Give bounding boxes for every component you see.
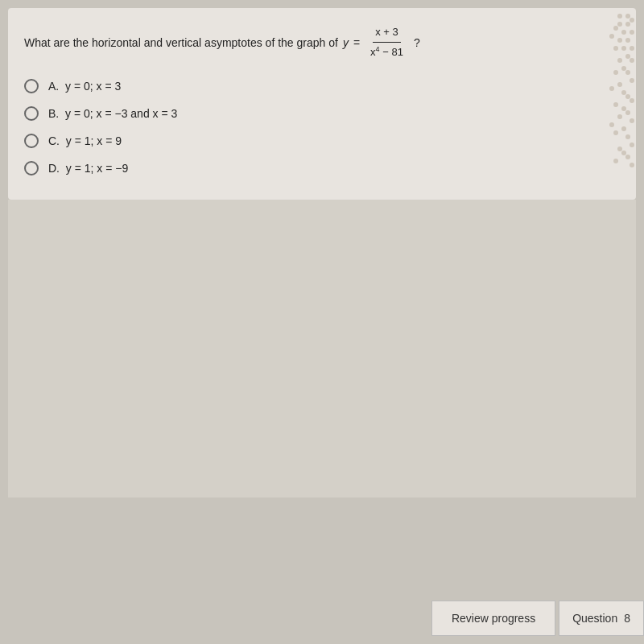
svg-point-14 <box>625 54 630 59</box>
svg-point-30 <box>630 118 634 123</box>
svg-point-2 <box>617 22 622 27</box>
lower-area-inner <box>8 200 636 497</box>
review-progress-button[interactable]: Review progress <box>431 601 555 636</box>
radio-d[interactable] <box>24 161 39 175</box>
radio-a[interactable] <box>24 79 39 93</box>
question-text: What are the horizontal and vertical asy… <box>24 24 620 61</box>
svg-point-10 <box>609 34 614 39</box>
svg-point-16 <box>630 58 634 63</box>
svg-point-8 <box>617 38 622 43</box>
svg-point-34 <box>625 134 630 139</box>
question-card: What are the horizontal and vertical asy… <box>8 8 636 200</box>
svg-point-5 <box>613 26 618 31</box>
svg-point-1 <box>625 14 630 19</box>
svg-point-35 <box>630 142 634 147</box>
svg-point-23 <box>621 90 626 95</box>
svg-point-18 <box>613 70 618 75</box>
svg-point-4 <box>630 18 634 23</box>
svg-point-39 <box>613 159 618 163</box>
svg-point-28 <box>625 110 630 115</box>
svg-point-11 <box>613 46 618 51</box>
svg-point-22 <box>609 86 614 91</box>
svg-point-12 <box>621 46 626 51</box>
svg-point-13 <box>630 46 634 51</box>
svg-point-0 <box>617 14 622 19</box>
svg-point-26 <box>613 102 618 107</box>
option-c-label: C. y = 1; x = 9 <box>48 134 122 147</box>
svg-point-31 <box>609 122 614 127</box>
svg-point-19 <box>625 70 630 75</box>
fraction: x + 3 x4 − 81 <box>368 24 406 61</box>
fraction-numerator: x + 3 <box>373 24 401 43</box>
option-a[interactable]: A. y = 0; x = 3 <box>24 79 620 93</box>
question-mark: ? <box>414 34 420 52</box>
svg-point-25 <box>630 98 634 103</box>
option-c[interactable]: C. y = 1; x = 9 <box>24 134 620 148</box>
bottom-bar: Review progress Question 8 <box>0 592 644 644</box>
svg-point-6 <box>621 30 626 35</box>
fraction-denominator: x4 − 81 <box>368 43 406 61</box>
svg-point-37 <box>621 151 626 155</box>
svg-point-3 <box>625 22 630 27</box>
svg-point-36 <box>617 147 622 151</box>
lower-area <box>8 200 636 497</box>
svg-point-9 <box>625 38 630 43</box>
svg-point-21 <box>617 82 622 87</box>
svg-point-38 <box>625 155 630 159</box>
question-info: Question 8 <box>559 601 644 636</box>
svg-point-32 <box>621 126 626 131</box>
radio-b[interactable] <box>24 106 39 121</box>
options-list: A. y = 0; x = 3 B. y = 0; x = −3 and x =… <box>24 79 620 175</box>
svg-point-7 <box>630 30 634 35</box>
svg-point-40 <box>630 163 634 167</box>
svg-point-27 <box>621 106 626 111</box>
option-a-label: A. y = 0; x = 3 <box>48 80 121 93</box>
svg-point-24 <box>625 94 630 99</box>
equals-sign: = <box>353 34 360 52</box>
svg-point-17 <box>621 66 626 71</box>
option-b-label: B. y = 0; x = −3 and x = 3 <box>48 107 177 120</box>
svg-point-33 <box>613 130 618 135</box>
svg-point-20 <box>630 78 634 83</box>
y-variable: y <box>343 34 349 52</box>
svg-point-29 <box>617 114 622 119</box>
option-d-label: D. y = 1; x = −9 <box>48 162 128 175</box>
decorative-dots <box>572 8 636 169</box>
option-d[interactable]: D. y = 1; x = −9 <box>24 161 620 175</box>
option-b[interactable]: B. y = 0; x = −3 and x = 3 <box>24 106 620 121</box>
svg-point-15 <box>617 58 622 63</box>
radio-c[interactable] <box>24 134 39 148</box>
question-number: 8 <box>624 612 630 625</box>
question-label: Question <box>572 612 617 625</box>
